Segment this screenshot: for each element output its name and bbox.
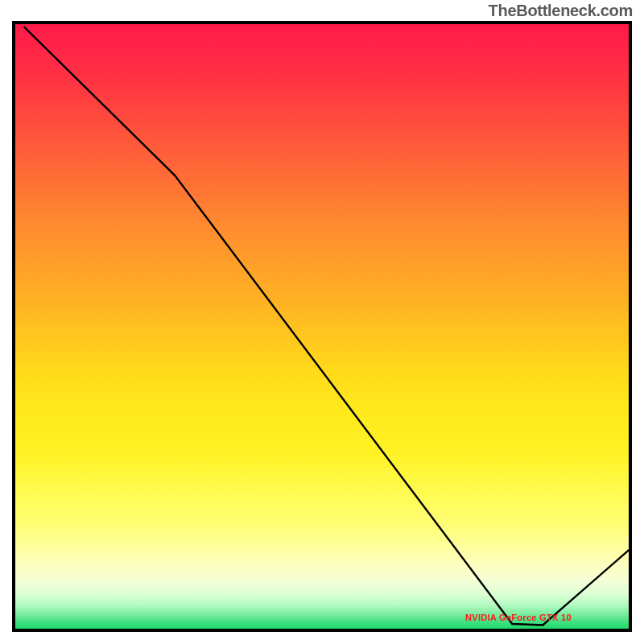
- annotation-gpu-label: NVIDIA GeForce GTX 10: [465, 613, 572, 622]
- line-series: [15, 24, 629, 629]
- bottleneck-curve-path: [24, 27, 629, 625]
- chart-container: TheBottleneck.com NVIDIA GeForce GTX 10: [0, 0, 644, 644]
- plot-frame: NVIDIA GeForce GTX 10: [12, 21, 632, 632]
- watermark-text: TheBottleneck.com: [489, 2, 633, 20]
